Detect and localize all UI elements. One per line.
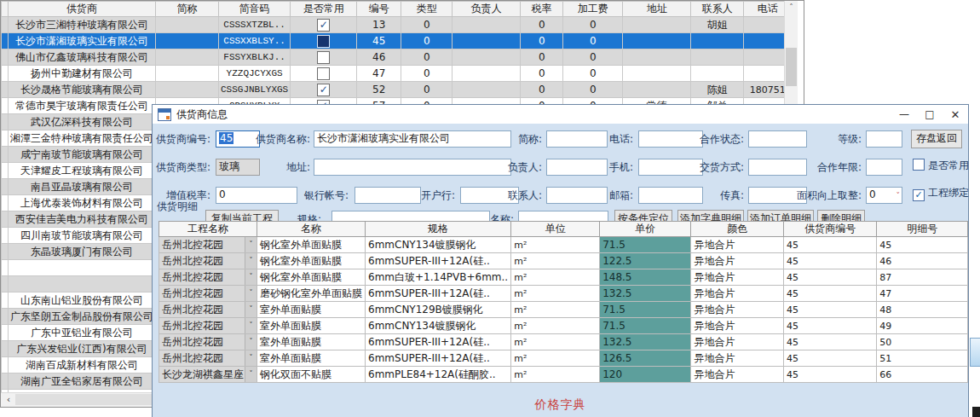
grid-cell[interactable]: YZZQJCYXGS: [219, 66, 291, 82]
grid-cell[interactable]: 45: [783, 334, 876, 350]
grade-input[interactable]: [866, 130, 902, 148]
grid-cell[interactable]: 钢化室外单面贴膜: [257, 253, 366, 269]
dialog-titlebar[interactable]: 供货商信息 — □ ✕: [153, 105, 968, 124]
table-row[interactable]: 岳州北控花园˅室外单面贴膜6mmCNY129B镀膜钢化m²71.5异地合片454…: [159, 302, 968, 318]
grid-cell[interactable]: 山东南山铝业股份有限公司: [9, 292, 156, 309]
grid-cell[interactable]: CSSSXTZBL..: [219, 17, 291, 33]
grid-cell[interactable]: 异地合片: [691, 253, 784, 269]
grid-cell[interactable]: 咸宁南玻节能玻璃有限公司: [9, 147, 156, 163]
grid-cell[interactable]: 上海优泰装饰材料有限公司: [9, 195, 156, 211]
grid-cell[interactable]: m²: [511, 302, 600, 318]
grid-cell[interactable]: 扬州中勤建材有限公司: [9, 66, 156, 82]
checkbox-icon[interactable]: [317, 67, 330, 80]
grid-cell[interactable]: [156, 66, 219, 82]
grid-cell[interactable]: [9, 276, 156, 292]
grid-cell[interactable]: 常德市昊宇玻璃有限责任公司: [9, 98, 156, 114]
project-bind-checkbox[interactable]: ✓工程绑定: [913, 187, 969, 200]
grid-cell[interactable]: 西安佳吉美电力科技有限公司: [9, 211, 156, 228]
grid-cell[interactable]: 异地合片: [691, 350, 784, 367]
maximize-icon[interactable]: □: [917, 108, 943, 120]
grid-cell[interactable]: 6mm白玻+1.14PVB+6mm..: [366, 269, 511, 286]
column-header[interactable]: 供货商: [9, 2, 156, 17]
grid-cell[interactable]: CSSXXBLSY..: [219, 33, 291, 49]
grid-cell[interactable]: m²: [511, 286, 600, 302]
grid-cell[interactable]: 148.5: [600, 269, 691, 286]
grid-cell[interactable]: [623, 82, 691, 98]
column-header[interactable]: 单位: [511, 222, 600, 237]
grid-cell[interactable]: 0: [401, 66, 453, 82]
chevron-down-icon[interactable]: ˅: [245, 253, 257, 269]
grid-cell[interactable]: 异地合片: [691, 367, 784, 383]
grid-cell[interactable]: [623, 49, 691, 66]
grid-cell[interactable]: 异地合片: [691, 302, 784, 318]
grid-cell[interactable]: [453, 66, 521, 82]
grid-cell[interactable]: 室外单面贴膜: [257, 302, 366, 318]
grid-cell[interactable]: 120: [600, 367, 691, 383]
grid-cell[interactable]: 异地合片: [691, 334, 784, 350]
grid-cell[interactable]: 6mmSUPER-III+12A(硅..: [366, 350, 511, 367]
grid-cell[interactable]: [623, 33, 691, 49]
project-combobox[interactable]: 岳州北控花园˅: [159, 237, 257, 253]
common-use-checkbox[interactable]: 是否常用: [913, 159, 969, 172]
delivery-input[interactable]: [748, 159, 807, 176]
grid-cell[interactable]: 0: [521, 49, 563, 66]
grid-cell[interactable]: 47: [357, 66, 401, 82]
grid-cell[interactable]: 异地合片: [691, 269, 784, 286]
grid-cell[interactable]: 126.5: [600, 350, 691, 367]
table-row[interactable]: 岳州北控花园˅钢化室外单面贴膜6mm白玻+1.14PVB+6mm..m²148.…: [159, 269, 968, 286]
grid-cell[interactable]: 0: [401, 17, 453, 33]
grid-cell[interactable]: 佛山市亿鑫玻璃科技有限公司: [9, 49, 156, 66]
grid-cell[interactable]: 长沙市潇湘玻璃实业有限公司: [9, 33, 156, 49]
grid-cell[interactable]: 50: [877, 334, 968, 350]
supplier-name-input[interactable]: 长沙市潇湘玻璃实业有限公司: [314, 130, 511, 148]
table-row[interactable]: 岳州北控花园˅钢化室外单面贴膜6mmSUPER-III+12A(硅..m²122…: [159, 253, 968, 269]
grid-cell[interactable]: m²: [511, 350, 600, 367]
grid-cell[interactable]: 87: [877, 269, 968, 286]
grid-cell[interactable]: 0: [401, 33, 453, 49]
table-row[interactable]: 长沙市三湘特种玻璃有限公司CSSSXTZBL..✓13000胡姐: [2, 17, 792, 33]
chevron-down-icon[interactable]: ˅: [245, 269, 257, 285]
grid-cell[interactable]: 45: [783, 286, 876, 302]
column-header[interactable]: 单价: [600, 222, 691, 237]
table-row[interactable]: 岳州北控花园˅磨砂钢化室外单面贴膜6mmSUPER-III+12A(硅..m²1…: [159, 286, 968, 302]
grid-cell[interactable]: 45: [783, 350, 876, 367]
grid-cell[interactable]: [453, 17, 521, 33]
project-combobox[interactable]: 岳州北控花园˅: [159, 334, 257, 350]
grid-cell[interactable]: 异地合片: [691, 237, 784, 253]
grid-cell[interactable]: m²: [511, 269, 600, 286]
grid-cell[interactable]: 71.5: [600, 318, 691, 334]
vertical-scrollbar-thumb[interactable]: [786, 48, 797, 86]
grid-cell[interactable]: 陈姐: [691, 82, 744, 98]
grid-cell[interactable]: 0: [563, 33, 623, 49]
column-header[interactable]: 联系人: [691, 2, 744, 17]
table-row[interactable]: 佛山市亿鑫玻璃科技有限公司FSSYXBLKJ..46000: [2, 49, 792, 66]
column-header[interactable]: 加工费: [563, 2, 623, 17]
grid-cell[interactable]: 胡姐: [691, 17, 744, 33]
grid-cell[interactable]: 51: [877, 350, 968, 367]
grid-cell[interactable]: 132.5: [600, 286, 691, 302]
table-row[interactable]: 岳州北控花园˅钢化室外单面贴膜6mmCNY134镀膜钢化m²71.5异地合片45…: [159, 237, 968, 253]
grid-cell[interactable]: 钢化双面不贴膜: [257, 367, 366, 383]
coop-status-input[interactable]: [748, 130, 807, 148]
grid-cell[interactable]: 49: [877, 318, 968, 334]
grid-cell[interactable]: 长沙市三湘特种玻璃有限公司: [9, 17, 156, 33]
common-use-cell[interactable]: [291, 49, 357, 66]
project-combobox[interactable]: 岳州北控花园˅: [159, 318, 257, 334]
grid-cell[interactable]: [453, 33, 521, 49]
grid-cell[interactable]: 室外单面贴膜: [257, 334, 366, 350]
grid-cell[interactable]: m²: [511, 318, 600, 334]
checkbox-icon[interactable]: [913, 159, 925, 171]
grid-cell[interactable]: 湘潭三金特种玻璃有限责任公司: [9, 130, 156, 147]
grid-cell[interactable]: [691, 33, 744, 49]
grid-cell[interactable]: [156, 17, 219, 33]
grid-cell[interactable]: 71.5: [600, 237, 691, 253]
column-header[interactable]: 明细号: [877, 222, 968, 237]
project-combobox[interactable]: 岳州北控花园˅: [159, 253, 257, 269]
grid-cell[interactable]: m²: [511, 334, 600, 350]
column-header[interactable]: 地址: [623, 2, 691, 17]
checkbox-checked-icon[interactable]: ✓: [913, 189, 925, 201]
checkbox-icon[interactable]: [317, 51, 330, 64]
grid-cell[interactable]: 66: [877, 367, 968, 383]
column-header[interactable]: 颜色: [691, 222, 784, 237]
project-combobox[interactable]: 岳州北控花园˅: [159, 302, 257, 318]
